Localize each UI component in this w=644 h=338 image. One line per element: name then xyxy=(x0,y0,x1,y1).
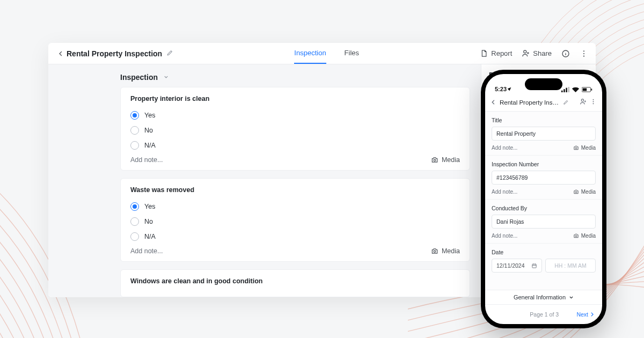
svg-point-18 xyxy=(575,236,577,237)
section-title: Inspection xyxy=(120,73,158,82)
camera-icon xyxy=(431,247,438,255)
camera-icon xyxy=(573,145,579,151)
edit-title-button[interactable] xyxy=(166,49,173,58)
tab-inspection[interactable]: Inspection xyxy=(294,43,326,64)
add-user-icon xyxy=(522,49,530,57)
question-title: Property interior is clean xyxy=(130,95,460,102)
phone-field-label: Title xyxy=(492,117,596,123)
camera-icon xyxy=(431,156,438,164)
phone-title: Rental Property Inspection xyxy=(500,99,560,106)
phone-time-input[interactable]: HH : MM AM xyxy=(545,259,596,273)
svg-point-5 xyxy=(434,251,436,253)
info-button[interactable] xyxy=(561,49,570,58)
signal-icon xyxy=(561,87,569,92)
option-label: No xyxy=(144,218,153,225)
radio-option[interactable]: Yes xyxy=(130,199,460,214)
phone-section-bar[interactable]: General Information xyxy=(485,290,602,305)
svg-rect-12 xyxy=(591,89,592,90)
phone-back-button[interactable] xyxy=(491,98,496,107)
phone-share-button[interactable] xyxy=(580,98,587,107)
calendar-icon xyxy=(531,263,537,269)
dynamic-island xyxy=(525,78,562,90)
radio-icon xyxy=(130,202,139,211)
chevron-right-icon xyxy=(589,312,595,317)
option-label: N/A xyxy=(144,142,156,149)
more-vertical-icon xyxy=(580,49,588,58)
media-button[interactable]: Media xyxy=(431,156,460,164)
back-button[interactable] xyxy=(56,50,65,57)
add-note-button[interactable]: Add note... xyxy=(130,156,163,164)
page-title: Rental Property Inspection xyxy=(67,49,162,58)
phone-mockup: 5:23 Rental Property Inspection xyxy=(481,70,606,328)
phone-date-section: Date 12/11/2024 HH : MM AM xyxy=(485,244,602,277)
phone-media-button[interactable]: Media xyxy=(573,189,596,195)
main-content: Inspection Property interior is clean Ye… xyxy=(48,64,481,297)
chevron-left-icon xyxy=(57,50,64,57)
radio-icon xyxy=(130,232,139,241)
camera-icon xyxy=(573,233,579,239)
radio-option[interactable]: No xyxy=(130,214,460,229)
phone-next-button[interactable]: Next xyxy=(576,311,595,318)
question-title: Windows are clean and in good condition xyxy=(130,277,460,285)
option-label: Yes xyxy=(144,203,155,210)
svg-point-16 xyxy=(575,148,577,149)
pencil-icon xyxy=(563,99,569,105)
svg-point-13 xyxy=(593,99,594,100)
option-label: Yes xyxy=(144,112,155,119)
phone-field-label: Date xyxy=(492,249,596,255)
phone-text-input[interactable]: #123456789 xyxy=(492,171,596,185)
document-icon xyxy=(480,49,488,57)
section-header[interactable]: Inspection xyxy=(48,70,481,87)
question-title: Waste was removed xyxy=(130,186,460,194)
more-vertical-icon xyxy=(590,98,597,105)
svg-point-14 xyxy=(593,101,594,102)
phone-field-label: Conducted By xyxy=(492,205,596,211)
phone-media-button[interactable]: Media xyxy=(573,233,596,239)
more-button[interactable] xyxy=(580,49,588,58)
status-time: 5:23 xyxy=(495,86,512,92)
svg-rect-6 xyxy=(561,91,563,92)
phone-page-indicator: Page 1 of 3 xyxy=(512,311,576,318)
add-note-button[interactable]: Add note... xyxy=(130,247,163,255)
svg-rect-11 xyxy=(583,89,587,91)
tab-files[interactable]: Files xyxy=(345,43,359,64)
tabs: Inspection Files xyxy=(173,43,480,64)
svg-rect-7 xyxy=(564,89,565,92)
radio-icon xyxy=(130,111,139,120)
phone-edit-button[interactable] xyxy=(563,98,569,107)
radio-option[interactable]: No xyxy=(130,123,460,138)
svg-point-2 xyxy=(583,53,584,54)
phone-add-note[interactable]: Add note... xyxy=(492,145,517,151)
camera-icon xyxy=(573,189,579,195)
info-icon xyxy=(561,49,570,58)
phone-section-label: General Information xyxy=(514,294,566,300)
svg-point-1 xyxy=(583,50,584,52)
phone-date-input[interactable]: 12/11/2024 xyxy=(492,259,542,273)
phone-more-button[interactable] xyxy=(590,98,597,107)
phone-add-note[interactable]: Add note... xyxy=(492,233,517,239)
phone-text-input[interactable]: Dani Rojas xyxy=(492,215,596,229)
media-button[interactable]: Media xyxy=(431,247,460,255)
phone-add-note[interactable]: Add note... xyxy=(492,189,517,195)
chevron-down-icon xyxy=(163,73,169,82)
phone-footer: Page 1 of 3 Next xyxy=(485,305,602,324)
svg-rect-8 xyxy=(566,88,567,92)
phone-header: Rental Property Inspection xyxy=(485,93,602,112)
svg-rect-9 xyxy=(568,87,570,92)
chevron-down-icon xyxy=(569,295,574,300)
app-header: Rental Property Inspection Inspection Fi… xyxy=(48,43,596,64)
svg-point-17 xyxy=(575,192,577,193)
radio-icon xyxy=(130,217,139,226)
phone-text-input[interactable]: Rental Property xyxy=(492,127,596,141)
radio-option[interactable]: N/A xyxy=(130,138,460,153)
svg-point-3 xyxy=(583,55,584,56)
radio-option[interactable]: N/A xyxy=(130,229,460,244)
phone-media-button[interactable]: Media xyxy=(573,145,596,151)
radio-option[interactable]: Yes xyxy=(130,108,460,123)
option-label: No xyxy=(144,127,153,134)
phone-field-section: Inspection Number #123456789 Add note...… xyxy=(485,156,602,200)
share-button[interactable]: Share xyxy=(522,49,552,57)
svg-rect-19 xyxy=(532,264,536,268)
question-card: Property interior is clean Yes No N/A Ad… xyxy=(120,87,470,171)
report-button[interactable]: Report xyxy=(480,49,512,57)
